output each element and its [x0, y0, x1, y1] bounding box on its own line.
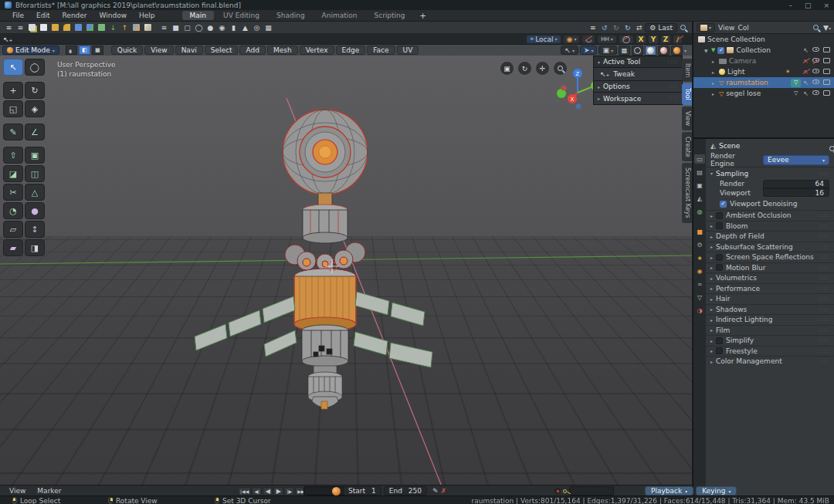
section-checkbox[interactable] — [716, 222, 723, 229]
menu-window[interactable]: Window — [93, 12, 134, 19]
play-button[interactable]: ▶ — [273, 487, 283, 496]
render-engine-dropdown[interactable]: Eevee▾ — [763, 155, 829, 165]
maximize-button[interactable]: □ — [805, 2, 812, 9]
section-screen-space-reflections[interactable]: ▸Screen Space Reflections:::: — [706, 252, 834, 262]
section-depth-of-field[interactable]: ▸Depth of Field:::: — [706, 231, 834, 242]
overlays-dropdown[interactable]: ▣▾ — [598, 46, 617, 55]
menu-help[interactable]: Help — [133, 12, 161, 19]
active-tool-panel-header[interactable]: ▾ Active Tool :::: — [594, 56, 682, 68]
tab-object-properties[interactable]: ■ — [694, 227, 705, 236]
menu-mesh[interactable]: Mesh — [267, 46, 298, 55]
tool-annotate[interactable]: ✎ — [3, 123, 23, 140]
shading-rendered-button[interactable] — [671, 46, 683, 56]
sampling-render-field[interactable]: 64 — [763, 180, 829, 188]
timeline-view-menu[interactable]: View — [5, 487, 30, 495]
tab-physics-properties[interactable]: ◉ — [694, 266, 705, 276]
mirror-z-button[interactable]: Z — [660, 35, 671, 44]
tab-scene-properties[interactable]: ◭ — [694, 194, 705, 203]
add-cylinder-icon[interactable]: ▮ — [229, 23, 239, 32]
menu-add[interactable]: Add — [239, 46, 265, 55]
tab-render-properties[interactable]: ▭ — [694, 154, 705, 164]
active-tool-row[interactable]: ↖₊ Tweak — [594, 68, 682, 81]
mirror-x-button[interactable]: X — [636, 35, 646, 44]
tool-select-circle[interactable]: ◯ — [25, 59, 45, 76]
menu-face[interactable]: Face — [367, 46, 395, 55]
section-checkbox[interactable] — [716, 254, 723, 261]
active-keying-set-field[interactable] — [569, 486, 614, 496]
open-recent-icon[interactable] — [62, 23, 72, 32]
section-freestyle[interactable]: ▸Freestyle:::: — [706, 346, 834, 357]
section-bloom[interactable]: ▸Bloom:::: — [706, 221, 834, 232]
sampling-viewport-field[interactable]: 16 — [763, 188, 829, 197]
tool-smooth[interactable]: ● — [25, 202, 45, 219]
snap-options-icon[interactable]: ∕ — [673, 35, 683, 44]
outliner-filter-icon[interactable]: ▼▾ — [823, 24, 831, 32]
add-cube-icon[interactable]: ▢ — [182, 23, 192, 32]
section-indirect-lighting[interactable]: ▸Indirect Lighting:::: — [706, 314, 834, 325]
record-icon[interactable] — [554, 488, 561, 494]
outliner-row-camera[interactable]: ▸ Camera ↖ — [693, 56, 834, 66]
sidebar-tab-tool[interactable]: Tool — [682, 83, 692, 105]
delete-keyframe-icon[interactable]: ✗ — [441, 487, 447, 495]
select-tool-dropdown[interactable]: ↖▾ — [561, 46, 578, 55]
section-performance[interactable]: ▸Performance:::: — [706, 283, 834, 294]
outliner-view-menu[interactable]: View — [718, 24, 734, 32]
tab-modifier-properties[interactable]: ⚙ — [694, 240, 705, 249]
tab-output-properties[interactable]: ▤ — [694, 167, 705, 177]
close-button[interactable]: × — [823, 2, 829, 9]
tool-loop-cut[interactable]: ◫ — [25, 165, 45, 182]
start-frame-field[interactable]: Start1 — [343, 486, 381, 496]
tool-transform[interactable]: ◈ — [25, 100, 45, 117]
end-frame-field[interactable]: End250 — [384, 486, 427, 496]
tool-scale[interactable]: ◱ — [3, 100, 23, 117]
tab-material-properties[interactable]: ◑ — [694, 306, 705, 315]
section-checkbox[interactable] — [716, 264, 723, 271]
open-file-icon[interactable] — [50, 23, 60, 32]
outliner-row-segel-lose[interactable]: ▸ ▽ segel lose ▽ ↖ — [693, 88, 834, 99]
tool-measure[interactable]: ∠ — [25, 123, 45, 140]
tool-edge-slide[interactable]: ▱ — [3, 221, 23, 238]
keying-dropdown[interactable]: Keying▾ — [696, 486, 737, 496]
collection-checkbox[interactable]: ✓ — [717, 47, 724, 54]
tool-move[interactable]: + — [3, 82, 23, 99]
tool-tweak[interactable]: ↖ — [3, 59, 23, 76]
save-copy-icon[interactable] — [97, 23, 107, 32]
tab-world-properties[interactable]: ◍ — [694, 207, 705, 216]
section-checkbox[interactable] — [716, 337, 723, 344]
edge-select-mode-button[interactable]: ◧ — [79, 46, 90, 55]
xray-toggle[interactable]: ▩ — [619, 46, 630, 56]
add-grid-icon[interactable]: ▦ — [263, 23, 273, 32]
sampling-section-header[interactable]: ▾Sampling:::: — [706, 167, 834, 179]
menu-file[interactable]: File — [6, 12, 30, 19]
add-circle-icon[interactable]: ◯ — [194, 23, 204, 32]
workspace-tab-scripting[interactable]: Scripting — [366, 11, 412, 20]
section-ambient-occlusion[interactable]: ▸Ambient Occlusion:::: — [706, 210, 834, 221]
section-hair[interactable]: ▸Hair:::: — [706, 293, 834, 304]
workspace-tab-shading[interactable]: Shading — [269, 11, 313, 20]
add-torus-icon[interactable]: ◎ — [252, 23, 262, 32]
save-file-icon[interactable] — [73, 23, 83, 32]
append-icon[interactable] — [143, 23, 153, 32]
tool-extrude[interactable]: ⇧ — [3, 147, 23, 164]
viewport-3d[interactable]: User Perspective (1) raumstation ↖ ◯ + ↻… — [0, 56, 692, 485]
workspace-panel-header[interactable]: ▸ Workspace :::: — [594, 93, 682, 104]
outliner-editor-type-dropdown[interactable]: ▾ — [697, 23, 715, 32]
outliner-row-raumstation[interactable]: ▸ ▽ raumstation ▽ ↖ — [693, 77, 834, 88]
menu-navi[interactable]: Navi — [175, 46, 203, 55]
add-plane-icon[interactable]: ■ — [171, 23, 181, 32]
tool-inset-faces[interactable]: ▣ — [25, 147, 45, 164]
tab-object-data-properties[interactable]: ▽ — [694, 293, 705, 302]
menu-edit[interactable]: Edit — [30, 12, 56, 19]
menu-select[interactable]: Select — [205, 46, 239, 55]
outliner-row-light[interactable]: ▸ Light ☀ ↖ — [693, 66, 834, 77]
tool-rip-region[interactable]: ◨ — [25, 239, 45, 256]
pan-icon[interactable]: ✛ — [536, 62, 549, 75]
import-icon[interactable]: ↓ — [108, 23, 118, 32]
menu-uv[interactable]: UV — [397, 46, 419, 55]
new-file-icon[interactable] — [27, 23, 37, 32]
save-as-icon[interactable] — [85, 23, 95, 32]
viewport-denoising-checkbox[interactable]: ✓ — [720, 201, 727, 208]
menu-view[interactable]: View — [144, 46, 173, 55]
mirror-y-button[interactable]: Y — [648, 35, 659, 44]
shading-solid-button[interactable] — [645, 46, 656, 56]
